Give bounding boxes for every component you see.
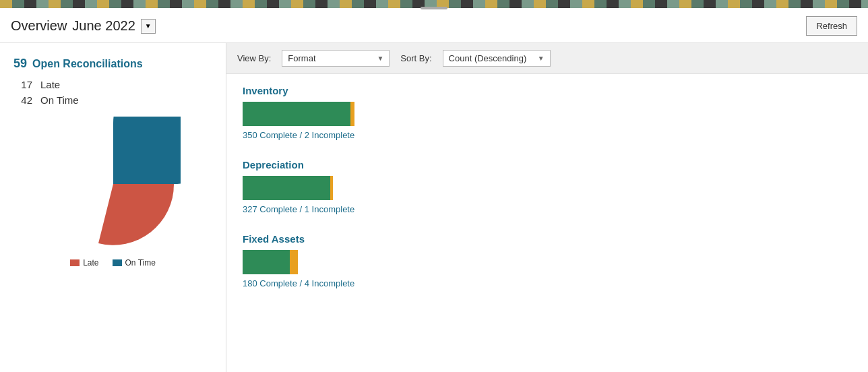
ontime-count: 42 <box>16 94 32 106</box>
toolbar: View By: Format ▼ Sort By: Count (Descen… <box>226 43 868 74</box>
view-by-dropdown[interactable]: Format ▼ <box>282 50 390 67</box>
open-count: 59 <box>13 57 27 71</box>
header-row: Overview June 2022 ▼ Refresh <box>0 9 868 43</box>
legend-late-label: Late <box>83 258 98 268</box>
depreciation-complete-bar <box>243 176 330 200</box>
ontime-swatch <box>113 259 122 266</box>
fixed-assets-stats: 180 Complete / 4 Incomplete <box>243 278 852 288</box>
legend-ontime: On Time <box>113 258 156 268</box>
sort-by-dropdown[interactable]: Count (Descending) ▼ <box>443 50 551 67</box>
pie-chart-container: Late On Time <box>13 117 212 268</box>
fixed-assets-bar <box>243 250 852 274</box>
pie-late-slice <box>98 184 174 245</box>
ontime-label: On Time <box>40 94 79 106</box>
fixed-assets-incomplete-bar <box>290 250 298 274</box>
refresh-button[interactable]: Refresh <box>806 16 857 36</box>
view-by-chevron-icon: ▼ <box>377 55 383 62</box>
chart-list[interactable]: Inventory 350 Complete / 2 Incomplete De… <box>226 74 868 372</box>
left-panel: 59 Open Reconciliations 17 Late 42 On Ti… <box>0 43 226 372</box>
drag-handle <box>421 7 447 9</box>
sort-by-value: Count (Descending) <box>449 53 527 63</box>
sort-by-chevron-icon: ▼ <box>538 55 545 62</box>
depreciation-incomplete-bar <box>330 176 333 200</box>
late-label: Late <box>40 79 60 90</box>
sort-by-label: Sort By: <box>400 53 431 63</box>
pie-legend: Late On Time <box>70 258 156 268</box>
fixed-assets-title: Fixed Assets <box>243 233 852 245</box>
inventory-incomplete-bar <box>350 102 354 126</box>
inventory-stats: 350 Complete / 2 Incomplete <box>243 130 852 140</box>
inventory-chart-item: Inventory 350 Complete / 2 Incomplete <box>243 85 852 140</box>
right-panel: View By: Format ▼ Sort By: Count (Descen… <box>226 43 868 372</box>
inventory-complete-bar <box>243 102 350 126</box>
view-by-label: View By: <box>237 53 271 63</box>
late-count: 17 <box>16 79 32 90</box>
pie-ontime-slice <box>113 117 181 184</box>
legend-ontime-label: On Time <box>125 258 156 268</box>
month-dropdown-button[interactable]: ▼ <box>141 19 156 34</box>
fixed-assets-complete-bar <box>243 250 290 274</box>
late-swatch <box>70 259 80 266</box>
open-label: Open Reconciliations <box>32 58 143 70</box>
header-left: Overview June 2022 ▼ <box>11 18 156 34</box>
depreciation-chart-item: Depreciation 327 Complete / 1 Incomplete <box>243 159 852 214</box>
depreciation-bar <box>243 176 852 200</box>
depreciation-stats: 327 Complete / 1 Incomplete <box>243 204 852 214</box>
legend-late: Late <box>70 258 98 268</box>
main-content: 59 Open Reconciliations 17 Late 42 On Ti… <box>0 43 868 372</box>
page-title: Overview <box>11 18 67 34</box>
header-month: June 2022 <box>72 18 135 34</box>
inventory-bar <box>243 102 852 126</box>
view-by-value: Format <box>288 53 315 63</box>
pie-chart <box>46 117 181 251</box>
depreciation-title: Depreciation <box>243 159 852 170</box>
open-reconciliations-summary: 59 Open Reconciliations <box>13 57 212 71</box>
late-stat-row: 17 Late <box>13 79 212 90</box>
fixed-assets-chart-item: Fixed Assets 180 Complete / 4 Incomplete <box>243 233 852 288</box>
inventory-title: Inventory <box>243 85 852 96</box>
ontime-stat-row: 42 On Time <box>13 94 212 106</box>
